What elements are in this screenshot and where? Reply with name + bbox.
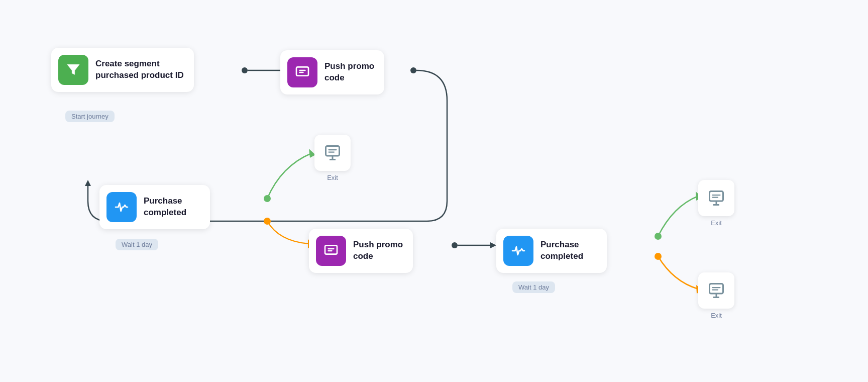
- exit-node-top[interactable]: Exit: [314, 135, 351, 181]
- create-segment-label: Create segmentpurchased product ID: [95, 58, 184, 81]
- create-segment-node[interactable]: Create segmentpurchased product ID: [51, 48, 194, 92]
- exit-right-bottom-label: Exit: [711, 312, 722, 319]
- svg-point-12: [655, 233, 662, 240]
- purchase-completed-1-label: Purchasecompleted: [144, 196, 186, 219]
- svg-marker-4: [85, 180, 91, 186]
- svg-marker-11: [490, 242, 496, 248]
- pulse-icon-1: [106, 192, 137, 222]
- svg-rect-16: [296, 67, 308, 75]
- purchase-completed-2-node[interactable]: Purchasecompleted: [496, 229, 607, 273]
- svg-point-14: [655, 253, 662, 260]
- svg-point-9: [452, 242, 458, 248]
- push-promo-2-node[interactable]: Push promocode: [309, 229, 413, 273]
- exit-node-right-bottom[interactable]: Exit: [698, 272, 734, 319]
- push-promo-1-node[interactable]: Push promocode: [280, 50, 384, 94]
- purchase-completed-1-node[interactable]: Purchasecompleted: [99, 185, 210, 229]
- svg-point-7: [264, 218, 271, 225]
- svg-rect-20: [325, 245, 337, 254]
- purchase-completed-2-label: Purchasecompleted: [540, 239, 583, 262]
- push-promo-2-label: Push promocode: [353, 239, 403, 262]
- filter-icon: [58, 55, 88, 85]
- wait-1-day-badge-2: Wait 1 day: [512, 281, 555, 293]
- svg-rect-17: [326, 146, 340, 156]
- svg-point-3: [410, 67, 416, 73]
- svg-rect-24: [710, 284, 723, 294]
- start-journey-badge: Start journey: [65, 111, 115, 122]
- message-icon-2: [316, 236, 346, 266]
- svg-point-5: [264, 195, 271, 202]
- svg-rect-21: [710, 192, 723, 202]
- exit-right-top-label: Exit: [711, 219, 722, 227]
- exit-node-right-top[interactable]: Exit: [698, 180, 734, 227]
- wait-1-day-badge-1: Wait 1 day: [116, 239, 158, 250]
- push-promo-1-label: Push promocode: [324, 61, 374, 84]
- svg-point-0: [242, 67, 248, 73]
- exit-top-label: Exit: [327, 174, 338, 181]
- pulse-icon-2: [503, 236, 533, 266]
- message-icon-1: [287, 57, 317, 87]
